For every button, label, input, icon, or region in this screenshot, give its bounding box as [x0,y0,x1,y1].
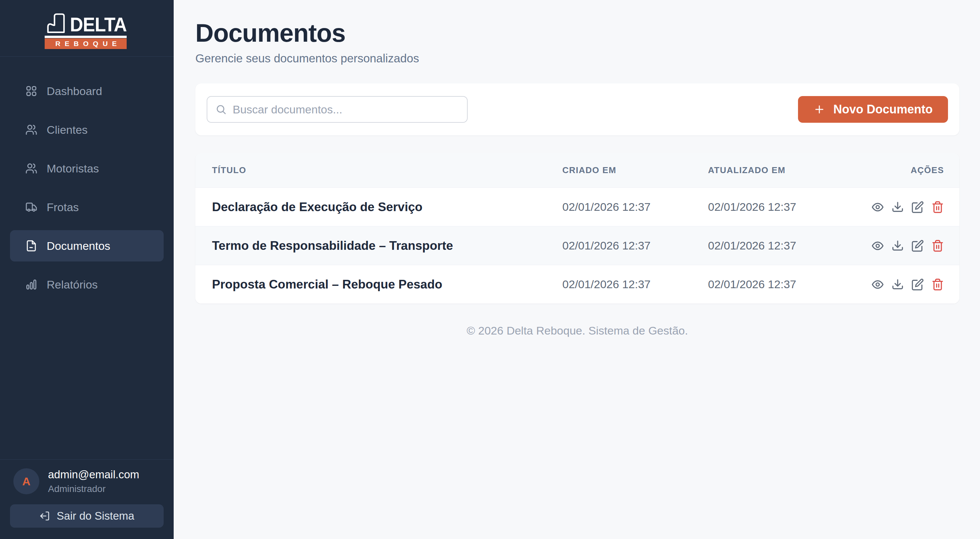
table-row: Termo de Responsabilidade – Transporte 0… [195,226,959,265]
file-icon [25,240,37,252]
user-email: admin@email.com [48,468,139,481]
avatar: A [13,468,39,494]
logout-icon [39,511,50,521]
brand-name: DELTA [70,16,127,34]
delete-button[interactable] [931,201,944,214]
updated-at: 02/01/2026 12:37 [691,239,853,252]
document-title: Proposta Comercial – Reboque Pesado [195,277,546,292]
table-row: Proposta Comercial – Reboque Pesado 02/0… [195,265,959,303]
updated-at: 02/01/2026 12:37 [691,201,853,214]
sidebar-item-label: Clientes [47,123,88,136]
view-button[interactable] [871,278,884,291]
sidebar-user-section: A admin@email.com Administrador Sair do … [0,459,173,539]
download-icon [891,201,904,214]
trash-icon [931,278,944,291]
search-icon [215,104,227,115]
grid-icon [25,85,37,97]
sidebar-item-clientes[interactable]: Clientes [10,114,164,145]
created-at: 02/01/2026 12:37 [546,201,691,214]
edit-button[interactable] [912,239,924,252]
edit-icon [912,201,924,214]
sidebar-item-label: Dashboard [47,85,102,98]
user-role: Administrador [48,484,139,494]
edit-button[interactable] [912,278,924,291]
sidebar-item-dashboard[interactable]: Dashboard [10,75,164,107]
new-document-label: Novo Documento [833,102,933,116]
logout-label: Sair do Sistema [57,510,134,522]
sidebar-item-relatorios[interactable]: Relatórios [10,269,164,300]
eye-icon [871,201,884,214]
sidebar-item-documentos[interactable]: Documentos [10,230,164,262]
edit-button[interactable] [912,201,924,214]
sidebar-item-label: Relatórios [47,278,98,291]
sidebar-item-motoristas[interactable]: Motoristas [10,153,164,184]
column-header-atualizado-em: ATUALIZADO EM [691,153,853,187]
users-icon [25,163,37,174]
truck-icon [25,201,37,213]
delete-button[interactable] [931,239,944,252]
delete-button[interactable] [931,278,944,291]
edit-icon [912,239,924,252]
trash-icon [931,201,944,214]
document-title: Termo de Responsabilidade – Transporte [195,239,546,253]
sidebar-item-label: Frotas [47,201,79,214]
table-row: Declaração de Execução de Serviço 02/01/… [195,187,959,226]
footer-copyright: © 2026 Delta Reboque. Sistema de Gestão. [195,324,959,337]
created-at: 02/01/2026 12:37 [546,278,691,291]
updated-at: 02/01/2026 12:37 [691,278,853,291]
main-content: Documentos Gerencie seus documentos pers… [173,0,980,539]
download-icon [891,239,904,252]
download-button[interactable] [891,239,904,252]
sidebar: DELTA REBOQUE Dashboard Clientes Motoris… [0,0,173,539]
trash-icon [931,239,944,252]
sidebar-nav: Dashboard Clientes Motoristas Frotas Doc… [0,57,173,459]
eye-icon [871,239,884,252]
column-header-acoes: AÇÕES [853,153,959,187]
edit-icon [912,278,924,291]
logout-button[interactable]: Sair do Sistema [10,504,164,528]
view-button[interactable] [871,201,884,214]
page-subtitle: Gerencie seus documentos personalizados [195,52,959,65]
toolbar: Novo Documento [195,83,959,136]
download-icon [891,278,904,291]
brand-tagline: REBOQUE [45,38,127,49]
logo-underline [45,36,127,38]
created-at: 02/01/2026 12:37 [546,239,691,252]
document-title: Declaração de Execução de Serviço [195,200,546,214]
documents-table: TÍTULO CRIADO EM ATUALIZADO EM AÇÕES Dec… [195,153,959,303]
download-button[interactable] [891,278,904,291]
plus-icon [813,104,825,115]
column-header-criado-em: CRIADO EM [546,153,691,187]
tow-truck-logo-icon [45,11,67,34]
bar-chart-icon [25,279,37,290]
sidebar-item-label: Documentos [47,239,110,252]
search-input[interactable] [233,103,459,116]
page-title: Documentos [195,19,959,47]
brand-logo: DELTA REBOQUE [0,0,173,57]
column-header-titulo: TÍTULO [195,153,546,187]
sidebar-item-label: Motoristas [47,162,99,175]
table-header-row: TÍTULO CRIADO EM ATUALIZADO EM AÇÕES [195,153,959,187]
view-button[interactable] [871,239,884,252]
download-button[interactable] [891,201,904,214]
users-icon [25,124,37,136]
sidebar-item-frotas[interactable]: Frotas [10,191,164,223]
new-document-button[interactable]: Novo Documento [798,96,948,123]
eye-icon [871,278,884,291]
search-box [207,96,468,123]
